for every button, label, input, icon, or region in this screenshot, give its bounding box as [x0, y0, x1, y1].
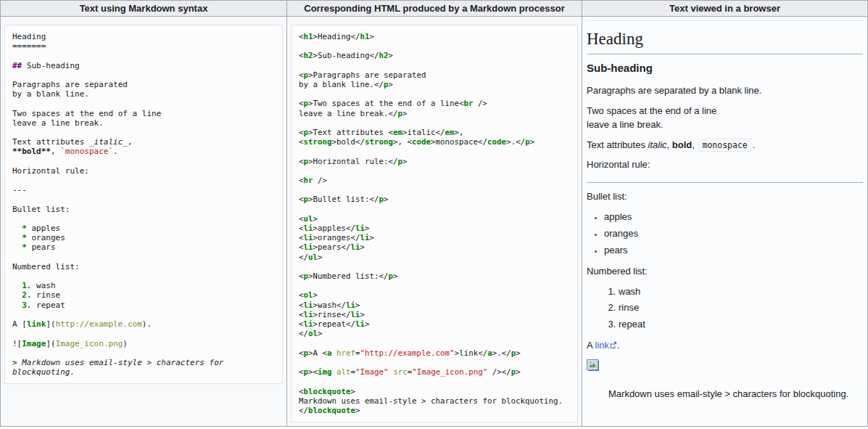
- rendered-link-paragraph: A link.: [587, 339, 863, 353]
- external-link-icon: [610, 341, 617, 348]
- link-prefix: A: [587, 340, 595, 351]
- code-line: [12, 271, 275, 281]
- code-line: Markdown uses email-style > characters f…: [299, 396, 570, 406]
- code-line: [12, 128, 275, 137]
- rendered-numbered-list: wash rinse repeat: [587, 285, 863, 332]
- numbered-list-item: repeat: [619, 318, 863, 332]
- code-line: [12, 51, 275, 60]
- rendered-markdown-view: Heading Sub-heading Paragraphs are separ…: [586, 20, 864, 401]
- code-line: <li>oranges</li>: [299, 233, 570, 242]
- code-line: Numbered list:: [12, 262, 275, 271]
- code-line: <li>wash</li>: [299, 301, 570, 310]
- code-line: <p>Paragraphs are separated: [299, 70, 570, 80]
- code-line: </ul>: [299, 253, 570, 262]
- code-line: leave a line break.</p>: [299, 109, 570, 118]
- bold-text: bold: [672, 139, 692, 150]
- code-line: Horizontal rule:: [12, 166, 275, 176]
- rendered-paragraph: Paragraphs are separated by a blank line…: [587, 84, 863, 98]
- code-line: <li>pears</li>: [299, 242, 570, 252]
- code-line: * pears: [12, 242, 275, 252]
- comma: ,: [692, 139, 697, 150]
- line-break-text-1: Two spaces at the end of a line: [587, 105, 716, 116]
- code-line: [299, 185, 570, 195]
- code-line: [299, 166, 570, 176]
- column-header-label: Text using Markdown syntax: [80, 3, 208, 14]
- line-break-text-2: leave a line break.: [587, 119, 664, 130]
- code-line: <strong>bold</strong>, <code>monospace</…: [299, 137, 570, 147]
- code-line: <hr />: [299, 176, 570, 185]
- code-line: [299, 147, 570, 156]
- numbered-list-item: wash: [619, 285, 863, 299]
- code-line: [12, 329, 275, 338]
- code-line: [12, 253, 275, 262]
- code-line: <p>A <a href="http://example.com">link</…: [299, 348, 570, 358]
- code-line: [299, 262, 570, 271]
- code-line: <p>Horizontal rule:</p>: [299, 157, 570, 166]
- code-line: A [link](http://example.com).: [12, 319, 275, 329]
- code-line: [12, 176, 275, 185]
- code-line: [12, 214, 275, 224]
- code-line: Heading: [12, 32, 275, 41]
- code-line: [299, 377, 570, 386]
- code-line: by a blank line.</p>: [299, 80, 570, 89]
- markdown-comparison-table: Text using Markdown syntax Corresponding…: [0, 0, 868, 427]
- markdown-source-code: Heading======= ## Sub-heading Paragraphs…: [4, 25, 283, 384]
- code-line: [12, 99, 275, 108]
- column-header-browser-view: Text viewed in a browser: [582, 1, 867, 16]
- code-line: * oranges: [12, 233, 275, 242]
- code-line: <li>repeat</li>: [299, 319, 570, 329]
- code-line: </ol>: [299, 329, 570, 338]
- rendered-bullet-list: apples oranges pears: [587, 211, 863, 258]
- code-line: Two spaces at the end of a line: [12, 109, 275, 118]
- rendered-paragraph-linebreak: Two spaces at the end of a lineleave a l…: [587, 105, 863, 132]
- code-line: Paragraphs are separated: [12, 80, 275, 89]
- horizontal-rule-label: Horizontal rule:: [587, 158, 863, 172]
- code-line: [299, 118, 570, 128]
- code-line: <ul>: [299, 214, 570, 224]
- code-line: [299, 41, 570, 51]
- horizontal-rule: [587, 182, 863, 183]
- code-line: <li>apples</li>: [299, 224, 570, 233]
- table-header-row: Text using Markdown syntax Corresponding…: [1, 1, 867, 17]
- code-line: ![Image](Image_icon.png): [12, 339, 275, 348]
- code-line: 1. wash: [12, 281, 275, 290]
- code-line: ---: [12, 185, 275, 195]
- column-header-html-output: Corresponding HTML produced by a Markdow…: [286, 1, 582, 16]
- code-line: [12, 348, 275, 358]
- rendered-subheading: Sub-heading: [587, 60, 863, 76]
- code-line: <p>Text attributes <em>italic</em>,: [299, 128, 570, 137]
- code-line: Bullet list:: [12, 205, 275, 214]
- code-line: [299, 61, 570, 70]
- link-suffix: .: [617, 340, 620, 351]
- code-line: <blockquote>: [299, 387, 570, 396]
- browser-view-column: Heading Sub-heading Paragraphs are separ…: [582, 17, 867, 426]
- bullet-list-item: pears: [604, 244, 863, 258]
- comma: ,: [667, 139, 672, 150]
- numbered-list-item: rinse: [619, 301, 863, 315]
- markdown-source-column: Heading======= ## Sub-heading Paragraphs…: [1, 17, 286, 426]
- rendered-image-paragraph: [587, 359, 863, 376]
- numbered-list-label: Numbered list:: [587, 265, 863, 279]
- external-link[interactable]: link: [595, 340, 618, 351]
- code-line: [12, 70, 275, 80]
- attributes-prefix: Text attributes: [587, 139, 648, 150]
- code-line: 3. repeat: [12, 301, 275, 310]
- column-header-label: Text viewed in a browser: [669, 3, 780, 14]
- code-line: > Markdown uses email-style > characters…: [12, 358, 275, 377]
- html-output-column: <h1>Heading</h1> <h2>Sub-heading</h2> <p…: [286, 17, 582, 426]
- code-line: =======: [12, 41, 275, 51]
- code-line: [299, 358, 570, 367]
- code-line: [299, 205, 570, 214]
- image-icon[interactable]: [587, 359, 600, 372]
- code-line: [12, 195, 275, 204]
- code-line: [299, 281, 570, 290]
- external-link-label: link: [595, 340, 610, 351]
- code-line: leave a line break.: [12, 118, 275, 128]
- code-line: <p>Two spaces at the end of a line<br />: [299, 99, 570, 108]
- code-line: <li>rinse</li>: [299, 310, 570, 319]
- italic-text: italic: [648, 139, 667, 150]
- code-line: Text attributes _italic_,: [12, 137, 275, 147]
- code-line: <h2>Sub-heading</h2>: [299, 51, 570, 60]
- rendered-heading: Heading: [587, 26, 863, 54]
- rendered-text-attributes: Text attributes italic, bold, monospace.: [587, 139, 863, 152]
